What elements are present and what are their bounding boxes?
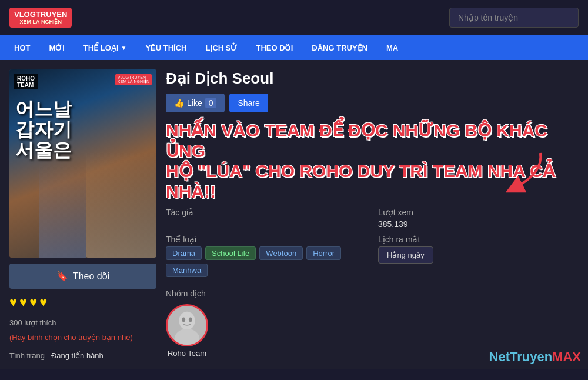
nav-moi[interactable]: MỚI <box>39 35 74 60</box>
share-button[interactable]: Share <box>229 94 268 112</box>
red-arrow-icon <box>502 150 549 197</box>
svg-point-4 <box>189 317 192 322</box>
tinh-trang-label: Tình trạng <box>9 351 45 360</box>
header: VLOGTRUYEN XEM LÀ NGHIỆN <box>0 0 588 35</box>
tag-manhwa[interactable]: Manhwa <box>166 264 208 277</box>
info-grid: Tác giả Lượt xem 385,139 Thể loại Drama … <box>166 208 579 358</box>
lich-ra-mat-label: Lịch ra mắt <box>378 235 579 244</box>
tag-horror[interactable]: Horror <box>306 246 341 260</box>
tag-drama[interactable]: Drama <box>166 246 202 260</box>
search-input[interactable] <box>449 8 579 28</box>
action-row: 👍 Like 0 Share <box>166 94 579 112</box>
likes-vote: (Hãy bình chọn cho truyện bạn nhé) <box>9 333 156 342</box>
group-name: Roho Team <box>166 349 208 358</box>
nav-the-loai[interactable]: THỂ LOẠI ▼ <box>74 35 136 60</box>
lich-ra-mat-section: Lịch ra mắt Hằng ngày <box>378 235 579 277</box>
watermark-net: Net <box>489 349 510 364</box>
heart-1: ♥ <box>9 295 17 310</box>
svg-point-1 <box>179 312 195 330</box>
tac-gia-section: Tác giả <box>166 208 366 229</box>
hearts-row: ♥ ♥ ♥ ♥ <box>9 295 156 310</box>
heart-3: ♥ <box>29 295 37 310</box>
right-panel: Đại Dịch Seoul 👍 Like 0 Share NHẤN VÀO T… <box>166 69 579 360</box>
thumbs-up-icon: 👍 <box>174 98 184 108</box>
left-panel: ROHOTEAM VLOGTRUYENXEM LÀ NGHIỆN 어느날갑자기서… <box>9 69 156 360</box>
svg-point-3 <box>182 317 185 322</box>
the-loai-section: Thể loại Drama School Life Webtoon Horro… <box>166 235 366 277</box>
promo-text: NHẤN VÀO TEAM ĐỂ ĐỌC NHỮNG BỘ KHÁC ỦNG H… <box>166 121 579 202</box>
site-logo[interactable]: VLOGTRUYEN XEM LÀ NGHIỆN <box>9 8 72 28</box>
main-content: ROHOTEAM VLOGTRUYENXEM LÀ NGHIỆN 어느날갑자기서… <box>0 60 588 369</box>
likes-count: 300 lượt thích <box>9 318 156 327</box>
manga-title: Đại Dịch Seoul <box>166 69 579 88</box>
status-row: Tình trạng Đang tiến hành <box>9 351 156 360</box>
nav-dang-truyen[interactable]: ĐĂNG TRUYỆN <box>302 35 377 60</box>
chevron-down-icon: ▼ <box>121 45 127 51</box>
nav-hot[interactable]: HOT <box>5 35 39 60</box>
tinh-trang-value: Đang tiến hành <box>51 351 103 360</box>
nhom-dich-label: Nhóm dịch <box>166 289 366 298</box>
nav-theo-doi[interactable]: THEO DÕI <box>246 35 302 60</box>
schedule-button[interactable]: Hằng ngày <box>378 246 433 264</box>
heart-2: ♥ <box>19 295 27 310</box>
nav-ma[interactable]: MA <box>377 35 407 60</box>
luot-xem-section: Lượt xem 385,139 <box>378 208 579 229</box>
watermark: NetTruyenMAX <box>489 349 581 365</box>
navigation: HOT MỚI THỂ LOẠI ▼ YÊU THÍCH LỊCH SỬ THE… <box>0 35 588 60</box>
group-avatar <box>166 304 208 346</box>
bookmark-icon: 🔖 <box>56 271 68 282</box>
logo-line1: VLOGTRUYEN <box>14 10 67 19</box>
watermark-truyen: Truyen <box>510 349 552 364</box>
tag-webtoon[interactable]: Webtoon <box>259 246 303 260</box>
nav-lich-su[interactable]: LỊCH SỬ <box>196 35 246 60</box>
heart-4: ♥ <box>39 295 47 310</box>
roho-logo: ROHOTEAM <box>14 74 38 89</box>
tags-row: Drama School Life Webtoon Horror Manhwa <box>166 246 366 277</box>
like-button[interactable]: 👍 Like 0 <box>166 94 225 112</box>
luot-xem-value: 385,139 <box>378 219 579 229</box>
group-avatar-wrap[interactable]: Roho Team <box>166 304 208 358</box>
luot-xem-label: Lượt xem <box>378 208 579 217</box>
vlog-cover-badge: VLOGTRUYENXEM LÀ NGHIỆN <box>115 74 152 85</box>
nav-yeu-thich[interactable]: YÊU THÍCH <box>136 35 196 60</box>
the-loai-label: Thể loại <box>166 235 366 244</box>
like-count: 0 <box>205 98 217 108</box>
logo-line2: XEM LÀ NGHIỆN <box>14 19 67 25</box>
nhom-dich-section: Nhóm dịch <box>166 289 366 358</box>
tag-school-life[interactable]: School Life <box>205 246 256 260</box>
cover-image: ROHOTEAM VLOGTRUYENXEM LÀ NGHIỆN 어느날갑자기서… <box>9 69 156 258</box>
follow-button[interactable]: 🔖 Theo dõi <box>9 264 156 289</box>
watermark-max: MAX <box>552 349 581 364</box>
logo-area: VLOGTRUYEN XEM LÀ NGHIỆN <box>9 8 72 28</box>
tac-gia-label: Tác giả <box>166 208 366 217</box>
